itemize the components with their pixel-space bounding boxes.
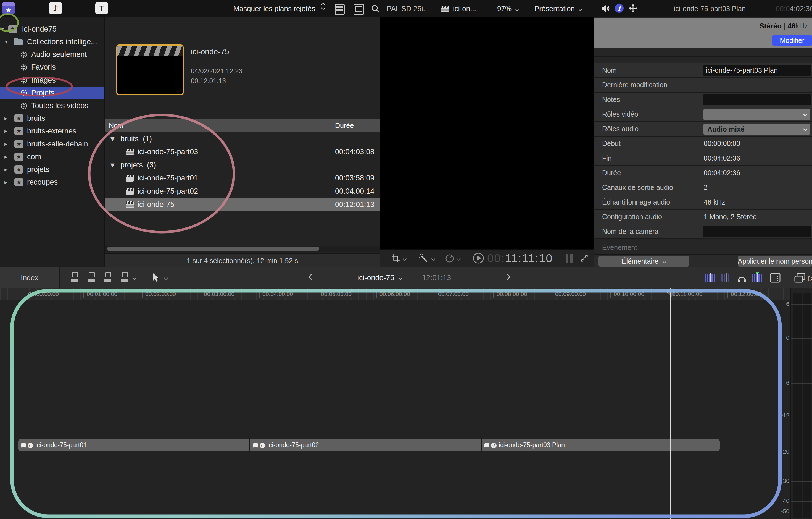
analysis-dropdown-button[interactable]: Élémentaire <box>598 256 689 267</box>
timeline-clip-part01[interactable]: ⇄ici-onde-75-part01 <box>18 439 250 451</box>
append-clip-icon[interactable] <box>104 272 112 283</box>
audio-skimming-icon[interactable] <box>721 274 730 282</box>
column-header-name[interactable]: Nom <box>109 119 123 132</box>
audio-roles-select[interactable]: Audio mixé <box>703 124 810 135</box>
snapping-icon[interactable] <box>752 274 763 282</box>
notes-input[interactable] <box>703 94 811 105</box>
sidebar-item-event-bruits-externes[interactable]: ▸ ★ bruits-externes <box>0 125 105 137</box>
timeline-clip-part02[interactable]: ⇄ici-onde-75-part02 <box>250 439 482 451</box>
fullscreen-icon[interactable] <box>579 253 589 263</box>
index-button[interactable]: Index <box>0 267 60 288</box>
browser-status-bar: 1 sur 4 sélectionné(s), 12 min 1.52 s <box>105 253 380 268</box>
sidebar-item-projects[interactable]: Projets <box>0 87 105 99</box>
timeline-history-icon[interactable] <box>794 273 805 283</box>
clip-appearance-icon[interactable] <box>770 273 781 283</box>
disclosure-closed-icon[interactable]: ▸ <box>4 125 7 137</box>
meter-db-label: -12 <box>781 412 789 419</box>
sidebar-item-audio-only[interactable]: Audio seulement <box>0 48 105 60</box>
disclosure-open-icon[interactable]: ▾ <box>1 23 4 35</box>
list-clip-row[interactable]: ici-onde-75-part02 00:04:00:14 <box>105 185 380 198</box>
connect-clip-icon[interactable] <box>70 272 79 283</box>
format-indicator[interactable]: PAL SD 25i... <box>387 0 429 17</box>
enhancements-wand-icon[interactable] <box>419 253 429 263</box>
titles-generators-sidebar-icon[interactable]: T <box>95 2 108 15</box>
selected-clip-thumbnail[interactable] <box>116 45 184 95</box>
list-clip-row[interactable]: ici-onde-75-part01 00:03:58:09 <box>105 172 380 185</box>
transform-icon[interactable] <box>629 4 637 13</box>
playhead[interactable] <box>670 288 671 519</box>
sidebar-item-event-bruits[interactable]: ▸ ★ bruits <box>0 112 105 125</box>
name-input[interactable]: ici-onde-75-part03 Plan <box>703 65 811 76</box>
sidebar-item-event-bruits-salle-debain[interactable]: ▸ ★ bruits-salle-debain <box>0 138 105 150</box>
chevron-down-icon[interactable] <box>133 276 137 280</box>
sidebar-item-event-projets[interactable]: ▸ ★ projets <box>0 163 105 175</box>
skimming-icon[interactable] <box>705 274 716 282</box>
photos-audio-sidebar-icon[interactable]: ♪ <box>49 2 62 15</box>
chevron-down-icon[interactable] <box>164 276 168 280</box>
horizontal-scrollbar[interactable] <box>107 247 319 251</box>
sidebar-item-event-com[interactable]: ▸ ★ com <box>0 151 105 163</box>
filmstrip-view-button[interactable] <box>335 4 345 15</box>
sidebar-item-smart-collections[interactable]: ▾ Collections intellige... <box>0 36 105 48</box>
sidebar-item-all-videos[interactable]: Toutes les vidéos <box>0 100 105 112</box>
chevron-down-icon[interactable] <box>431 257 435 261</box>
disclosure-open-icon[interactable]: ▼ <box>111 132 115 145</box>
list-view-button[interactable] <box>353 4 364 15</box>
list-clip-row[interactable]: ici-onde-75-part03 00:04:03:08 <box>105 145 380 158</box>
crop-icon[interactable] <box>391 253 401 263</box>
timeline-clip-part03[interactable]: ⇄ici-onde-75-part03 Plan <box>482 439 720 451</box>
audio-enhancements-icon[interactable] <box>601 4 610 13</box>
list-group-row[interactable]: ▼ projets (3) <box>105 159 380 172</box>
sidebar-item-event-recoupes[interactable]: ▸ ★ recoupes <box>0 176 105 188</box>
apply-custom-name-button[interactable]: Appliquer le nom personnalisé <box>738 256 812 267</box>
search-icon[interactable] <box>371 4 380 13</box>
sidebar-item-favorites[interactable]: Favoris <box>0 61 105 73</box>
disclosure-open-icon[interactable]: ▼ <box>111 159 115 172</box>
select-tool-icon[interactable] <box>151 273 160 283</box>
disclosure-closed-icon[interactable]: ▸ <box>4 112 7 125</box>
disclosure-closed-icon[interactable]: ▸ <box>4 151 7 163</box>
video-roles-select[interactable] <box>703 109 810 120</box>
sidebar-item-images[interactable]: Images <box>0 74 105 86</box>
timeline-body[interactable]: ⇄ici-onde-75-part01 ⇄ici-onde-75-part02 … <box>0 300 790 519</box>
viewer-timecode[interactable]: 00:11:11:10 <box>487 252 553 265</box>
forward-arrow-icon[interactable] <box>504 273 511 280</box>
ruler-timecode: 00:04:00:00 <box>259 290 295 298</box>
viewer-clip-menu[interactable]: ici-on... <box>453 0 476 17</box>
camera-name-input[interactable] <box>703 226 811 237</box>
chevron-down-icon <box>803 112 808 117</box>
chevron-down-icon[interactable] <box>403 257 407 261</box>
column-header-duration[interactable]: Durée <box>335 119 354 132</box>
audio-meter-mini-icon[interactable] <box>566 254 568 263</box>
play-button-icon[interactable] <box>472 252 484 264</box>
clip-date: 04/02/2021 12:23 <box>191 67 242 75</box>
back-arrow-icon[interactable] <box>308 273 315 280</box>
overwrite-clip-icon[interactable] <box>120 272 128 283</box>
info-inspector-icon[interactable]: i <box>615 4 624 13</box>
zoom-level-dropdown[interactable]: 97% <box>497 0 518 17</box>
disclosure-closed-icon[interactable]: ▸ <box>4 163 7 175</box>
insert-clip-icon[interactable] <box>87 272 95 283</box>
meter-gridline <box>791 481 812 482</box>
clip-icon <box>126 149 134 155</box>
modify-button[interactable]: Modifier <box>772 35 812 46</box>
play-icon[interactable]: ▷ <box>808 273 812 282</box>
presentation-dropdown[interactable]: Présentation <box>534 0 582 17</box>
ruler-timecode: 00:09:00:00 <box>552 290 588 298</box>
disclosure-closed-icon[interactable]: ▸ <box>4 176 7 188</box>
list-clip-row-selected[interactable]: ici-onde-75 00:12:01:13 <box>105 198 380 211</box>
solo-headphones-icon[interactable] <box>737 273 747 283</box>
sidebar-item-library[interactable]: ▾ ★ ici-onde75 <box>0 23 105 35</box>
disclosure-open-icon[interactable]: ▾ <box>5 36 8 48</box>
list-group-row[interactable]: ▼ bruits (1) <box>105 132 380 145</box>
event-icon: ★ <box>14 165 23 173</box>
chevron-down-icon[interactable] <box>457 257 461 261</box>
timeline-project-name[interactable]: ici-onde-75 <box>357 267 402 288</box>
retime-icon[interactable] <box>445 253 455 263</box>
video-canvas[interactable] <box>380 18 593 249</box>
clip-filter-dropdown[interactable]: Masquer les plans rejetés <box>233 0 324 17</box>
inspector-row-last-modified: Dernière modification <box>594 78 812 92</box>
disclosure-closed-icon[interactable]: ▸ <box>4 138 7 150</box>
libraries-sidebar-icon[interactable]: ★ <box>2 2 15 15</box>
audio-meter-mini-icon[interactable] <box>570 254 573 263</box>
